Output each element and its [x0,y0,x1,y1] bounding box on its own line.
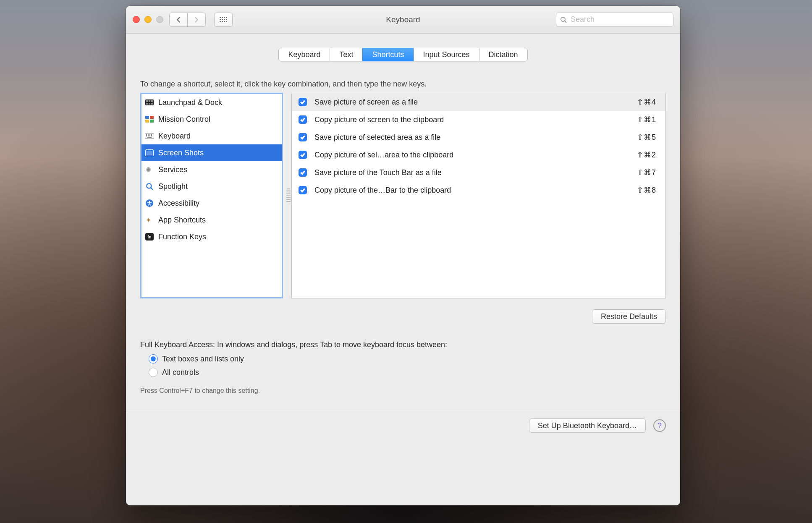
category-label: Keyboard [158,132,191,141]
panes: Launchpad & DockMission ControlKeyboardS… [140,93,666,298]
svg-point-4 [149,201,150,202]
shortcut-row[interactable]: Save picture of screen as a file⇧⌘4 [292,93,665,111]
category-label: Launchpad & Dock [158,98,222,107]
shortcut-row[interactable]: Copy picture of sel…area to the clipboar… [292,146,665,164]
splitter-handle[interactable] [286,188,291,203]
spotlight-icon [146,183,153,190]
category-accessibility[interactable]: Accessibility [141,195,282,212]
shortcut-keys[interactable]: ⇧⌘2 [637,150,656,160]
tab-shortcuts[interactable]: Shortcuts [362,48,414,61]
radio-icon [149,354,158,363]
minimize-icon[interactable] [144,16,152,23]
category-label: Accessibility [158,199,199,208]
restore-row: Restore Defaults [140,309,666,324]
fka-radio-0[interactable]: Text boxes and lists only [149,354,666,363]
chevron-right-icon [194,17,199,23]
mission-control-icon [145,116,154,123]
category-label: Services [158,165,187,174]
fka-options: Text boxes and lists onlyAll controls [140,354,666,377]
category-app-shortcuts[interactable]: ✦App Shortcuts [141,212,282,228]
svg-line-3 [151,188,153,190]
restore-defaults-button[interactable]: Restore Defaults [592,309,666,324]
instruction-text: To change a shortcut, select it, click t… [140,80,666,89]
category-label: App Shortcuts [158,216,206,225]
radio-label: All controls [162,368,199,377]
search-input[interactable] [556,13,673,27]
category-label: Screen Shots [158,149,204,157]
app-shortcuts-icon: ✦ [146,216,153,224]
shortcut-row[interactable]: Save picture of selected area as a file⇧… [292,128,665,146]
accessibility-icon [146,199,153,207]
shortcut-label: Copy picture of screen to the clipboard [314,115,629,124]
footer: Set Up Bluetooth Keyboard… ? [140,410,666,433]
shortcut-row[interactable]: Save picture of the Touch Bar as a file⇧… [292,164,665,181]
category-launchpad-dock[interactable]: Launchpad & Dock [141,94,282,111]
launchpad-icon [145,99,154,105]
tabs-row: KeyboardTextShortcutsInput SourcesDictat… [140,48,666,61]
shortcut-checkbox[interactable] [299,168,307,177]
help-button[interactable]: ? [653,419,666,432]
category-spotlight[interactable]: Spotlight [141,178,282,195]
shortcut-keys[interactable]: ⇧⌘5 [637,133,656,142]
shortcut-keys[interactable]: ⇧⌘8 [637,186,656,195]
traffic-lights [133,16,163,23]
fka-lead: Full Keyboard Access: In windows and dia… [140,340,666,349]
show-all-button[interactable] [214,13,233,27]
segmented-tabs: KeyboardTextShortcutsInput SourcesDictat… [278,48,527,61]
category-services[interactable]: ✺Services [141,161,282,178]
category-screen-shots[interactable]: Screen Shots [141,144,282,161]
tab-text[interactable]: Text [330,48,363,61]
shortcut-label: Save picture of screen as a file [314,98,629,107]
full-keyboard-access: Full Keyboard Access: In windows and dia… [140,340,666,395]
shortcut-checkbox[interactable] [299,151,307,159]
search-wrap [556,13,673,27]
zoom-icon [156,16,163,23]
category-mission-control[interactable]: Mission Control [141,111,282,128]
shortcut-label: Copy picture of sel…area to the clipboar… [314,151,629,160]
svg-line-1 [565,21,566,23]
category-function-keys[interactable]: fnFunction Keys [141,228,282,245]
shortcut-checkbox[interactable] [299,186,307,194]
shortcut-row[interactable]: Copy picture of the…Bar to the clipboard… [292,181,665,199]
shortcut-list[interactable]: Save picture of screen as a file⇧⌘4Copy … [291,93,666,298]
grid-icon [220,17,227,23]
shortcut-checkbox[interactable] [299,133,307,141]
shortcut-label: Save picture of selected area as a file [314,133,629,142]
category-label: Spotlight [158,182,188,191]
radio-label: Text boxes and lists only [162,355,244,363]
keyboard-icon [145,133,154,139]
shortcut-keys[interactable]: ⇧⌘1 [637,115,656,124]
fn-icon: fn [145,233,154,241]
chevron-left-icon [175,17,181,23]
shortcut-keys[interactable]: ⇧⌘7 [637,168,656,177]
preferences-window: Keyboard KeyboardTextShortcutsInput Sour… [126,6,680,505]
bluetooth-keyboard-button[interactable]: Set Up Bluetooth Keyboard… [529,418,646,433]
shortcut-label: Save picture of the Touch Bar as a file [314,168,629,177]
category-label: Function Keys [158,233,206,241]
shortcut-row[interactable]: Copy picture of screen to the clipboard⇧… [292,111,665,128]
shortcut-checkbox[interactable] [299,98,307,106]
shortcut-checkbox[interactable] [299,115,307,124]
services-icon: ✺ [146,166,153,173]
radio-icon [149,368,158,377]
category-label: Mission Control [158,115,210,124]
shortcut-keys[interactable]: ⇧⌘4 [637,97,656,107]
tab-dictation[interactable]: Dictation [479,48,528,61]
titlebar: Keyboard [126,6,680,34]
fka-radio-1[interactable]: All controls [149,368,666,377]
content-area: KeyboardTextShortcutsInput SourcesDictat… [126,34,680,505]
category-keyboard[interactable]: Keyboard [141,128,282,144]
category-list[interactable]: Launchpad & DockMission ControlKeyboardS… [140,93,283,298]
tab-keyboard[interactable]: Keyboard [278,48,330,61]
close-icon[interactable] [133,16,140,23]
back-button[interactable] [169,13,188,27]
tab-input-sources[interactable]: Input Sources [414,48,479,61]
svg-point-0 [561,17,565,21]
nav-buttons [169,13,206,27]
shortcut-label: Copy picture of the…Bar to the clipboard [314,186,629,195]
screenshots-icon [145,149,154,156]
fka-hint: Press Control+F7 to change this setting. [140,387,666,395]
search-icon [560,16,567,23]
svg-point-2 [147,183,151,188]
forward-button[interactable] [187,13,206,27]
